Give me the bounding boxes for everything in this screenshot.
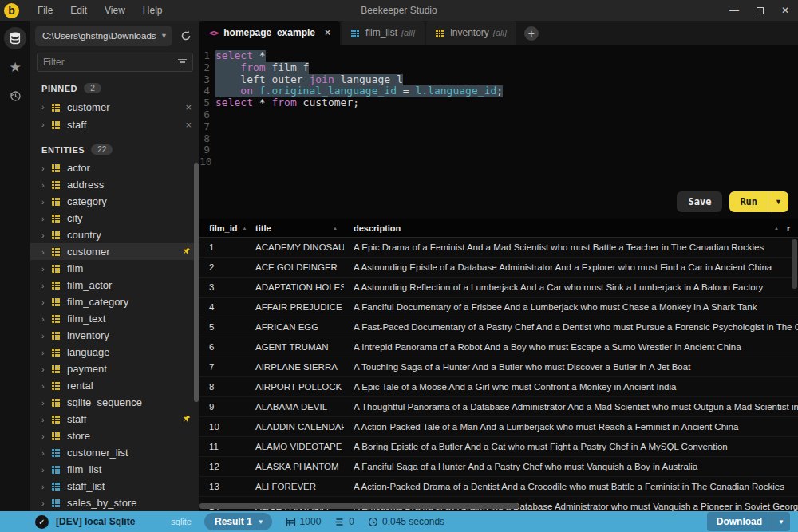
chevron-right-icon[interactable]: ›	[41, 281, 52, 290]
column-header-partial[interactable]: r	[784, 219, 798, 237]
favorites-icon[interactable]: ★	[4, 56, 26, 78]
sidebar-item-category[interactable]: ›category	[30, 193, 200, 210]
pin-icon[interactable]	[181, 246, 192, 257]
chevron-right-icon[interactable]: ›	[41, 432, 52, 441]
table-row[interactable]: 10ALADDIN CALENDARA Action-Packed Tale o…	[200, 417, 798, 437]
new-tab-button[interactable]: +	[524, 26, 539, 41]
sidebar-scrollbar[interactable]	[194, 163, 199, 402]
pin-icon[interactable]	[181, 414, 192, 424]
table-row[interactable]: 3ADAPTATION HOLESA Astounding Reflection…	[200, 278, 798, 298]
sidebar-item-country[interactable]: ›country	[30, 227, 200, 243]
refresh-button[interactable]	[177, 27, 195, 45]
sidebar-item-inventory[interactable]: ›inventory	[30, 327, 200, 344]
run-options-caret[interactable]: ▼	[768, 191, 788, 212]
menu-file[interactable]: File	[29, 2, 61, 19]
chevron-right-icon[interactable]: ›	[41, 120, 52, 129]
table-row[interactable]: 7AIRPLANE SIERRAA Touching Saga of a Hun…	[200, 357, 798, 377]
sidebar-item-customer_list[interactable]: ›customer_list	[30, 444, 200, 461]
sidebar-item-customer[interactable]: ›customer	[30, 243, 200, 260]
column-header-description[interactable]: description ▲	[344, 219, 784, 237]
download-options-caret[interactable]: ▼	[772, 512, 790, 531]
entity-label: inventory	[67, 329, 109, 341]
chevron-right-icon[interactable]: ›	[41, 448, 52, 458]
table-row[interactable]: 1ACADEMY DINOSAURA Epic Drama of a Femin…	[200, 238, 798, 258]
chevron-right-icon[interactable]: ›	[41, 415, 52, 424]
chevron-right-icon[interactable]: ›	[41, 214, 52, 223]
token	[215, 61, 240, 73]
entity-label: film_category	[67, 296, 128, 308]
sidebar-item-customer[interactable]: ›customer×	[30, 98, 200, 116]
sidebar-item-film[interactable]: ›film	[30, 260, 200, 277]
table-row[interactable]: 12ALASKA PHANTOMA Fanciful Saga of a Hun…	[200, 457, 798, 477]
unpin-icon[interactable]: ×	[185, 101, 192, 113]
vertical-scrollbar[interactable]	[792, 239, 797, 289]
chevron-right-icon[interactable]: ›	[41, 331, 52, 341]
tab-homepage_example[interactable]: <>homepage_example×	[200, 21, 340, 45]
table-row[interactable]: 5AFRICAN EGGA Fast-Paced Documentary of …	[200, 317, 798, 337]
table-row[interactable]: 8AIRPORT POLLOCKA Epic Tale of a Moose A…	[200, 377, 798, 397]
sidebar-item-film_actor[interactable]: ›film_actor	[30, 277, 200, 294]
save-button[interactable]: Save	[677, 191, 722, 212]
maximize-button[interactable]	[747, 0, 772, 21]
token: film f	[266, 61, 310, 73]
table-row[interactable]: 11ALAMO VIDEOTAPEA Boring Epistle of a B…	[200, 437, 798, 457]
download-button[interactable]: Download	[707, 512, 772, 531]
chevron-right-icon[interactable]: ›	[41, 247, 52, 257]
sidebar-item-film_category[interactable]: ›film_category	[30, 294, 200, 310]
sidebar-item-city[interactable]: ›city	[30, 210, 200, 227]
table-row[interactable]: 4AFFAIR PREJUDICEA Fanciful Documentary …	[200, 298, 798, 317]
chevron-right-icon[interactable]: ›	[41, 180, 52, 190]
filter-input[interactable]	[43, 57, 178, 68]
tab-film_list[interactable]: film_list[all]	[342, 21, 425, 45]
close-tab-icon[interactable]: ×	[325, 27, 330, 38]
database-panel-icon[interactable]	[4, 27, 26, 49]
menu-view[interactable]: View	[96, 2, 134, 19]
unpin-icon[interactable]: ×	[185, 119, 192, 131]
column-header-title[interactable]: title ▲	[246, 219, 344, 237]
sidebar-item-rental[interactable]: ›rental	[30, 377, 200, 394]
chevron-right-icon[interactable]: ›	[41, 197, 52, 207]
close-window-button[interactable]: ✕	[772, 0, 798, 21]
tab-inventory[interactable]: inventory[all]	[426, 21, 516, 45]
table-row[interactable]: 6AGENT TRUMANA Intrepid Panorama of a Ro…	[200, 337, 798, 357]
menu-help[interactable]: Help	[134, 2, 172, 19]
sidebar-item-store[interactable]: ›store	[30, 428, 200, 444]
run-button[interactable]: Run	[729, 191, 768, 212]
chevron-right-icon[interactable]: ›	[41, 164, 52, 173]
sidebar-item-payment[interactable]: ›payment	[30, 361, 200, 377]
sidebar-item-language[interactable]: ›language	[30, 344, 200, 361]
chevron-right-icon[interactable]: ›	[41, 102, 52, 112]
history-icon[interactable]	[4, 85, 26, 107]
sidebar-item-staff_list[interactable]: ›staff_list	[30, 478, 200, 495]
chevron-right-icon[interactable]: ›	[41, 381, 52, 391]
chevron-right-icon[interactable]: ›	[41, 482, 52, 491]
chevron-right-icon[interactable]: ›	[41, 499, 52, 508]
sidebar-item-actor[interactable]: ›actor	[30, 160, 200, 176]
column-header-film-id[interactable]: film_id ▲	[200, 219, 246, 237]
table-row[interactable]: 9ALABAMA DEVILA Thoughtful Panorama of a…	[200, 397, 798, 417]
chevron-right-icon[interactable]: ›	[41, 314, 52, 324]
sidebar-item-sqlite_sequence[interactable]: ›sqlite_sequence	[30, 394, 200, 411]
chevron-right-icon[interactable]: ›	[41, 264, 52, 274]
chevron-right-icon[interactable]: ›	[41, 465, 52, 475]
chevron-right-icon[interactable]: ›	[41, 365, 52, 374]
table-row[interactable]: 13ALI FOREVERA Action-Packed Drama of a …	[200, 477, 798, 497]
result-selector[interactable]: Result 1 ▼	[204, 513, 272, 530]
sql-editor[interactable]: 1select *2 from film f3 left outer join …	[200, 45, 798, 219]
sidebar-item-staff[interactable]: ›staff	[30, 411, 200, 428]
menu-edit[interactable]: Edit	[61, 2, 96, 19]
sidebar-item-film_text[interactable]: ›film_text	[30, 310, 200, 327]
minimize-button[interactable]: —	[721, 0, 747, 21]
sidebar-item-film_list[interactable]: ›film_list	[30, 461, 200, 478]
sidebar-item-address[interactable]: ›address	[30, 176, 200, 193]
chevron-right-icon[interactable]: ›	[41, 231, 52, 240]
chevron-right-icon[interactable]: ›	[41, 348, 52, 357]
db-type-label: sqlite	[171, 517, 192, 526]
horizontal-scrollbar[interactable]	[200, 503, 519, 509]
chevron-right-icon[interactable]: ›	[41, 398, 52, 408]
connection-select[interactable]: C:\Users\ghstng\Downloads ▼	[35, 26, 172, 46]
sidebar-item-staff[interactable]: ›staff×	[30, 116, 200, 133]
sidebar-item-sales_by_store[interactable]: ›sales_by_store	[30, 495, 200, 511]
table-row[interactable]: 2ACE GOLDFINGERA Astounding Epistle of a…	[200, 258, 798, 278]
chevron-right-icon[interactable]: ›	[41, 298, 52, 307]
